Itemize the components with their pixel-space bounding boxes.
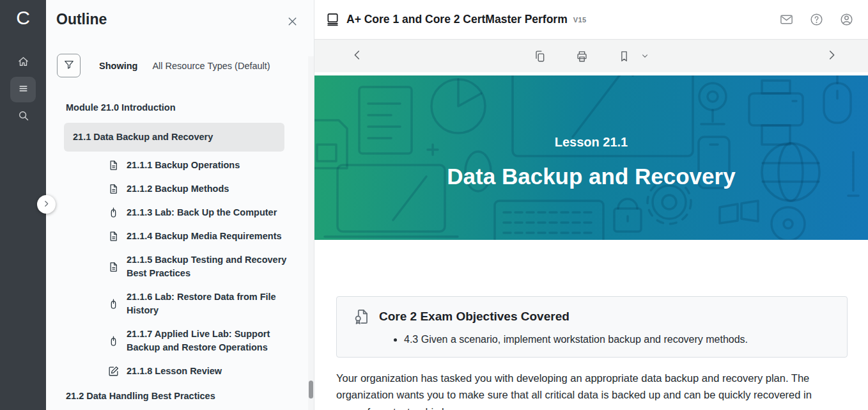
outline-item[interactable]: 21.1.7 Applied Live Lab: Support Backup … — [46, 322, 309, 359]
lesson-paragraph: Your organization has tasked you with de… — [336, 370, 830, 410]
brand-logo: C — [0, 0, 46, 36]
outline-item-label: Module 21.0 Introduction — [66, 101, 176, 114]
review-pencil-icon — [107, 365, 120, 377]
lab-mouse-icon — [107, 207, 120, 219]
next-page-button[interactable] — [825, 48, 839, 65]
panel-collapse-button[interactable] — [37, 195, 56, 214]
help-icon[interactable] — [809, 12, 824, 27]
chevron-down-icon[interactable] — [640, 51, 650, 61]
chevron-right-icon — [42, 199, 50, 210]
outline-item[interactable]: 21.2 Data Handling Best Practices — [46, 383, 309, 409]
objective-bullet: 4.3 Given a scenario, implement workstat… — [404, 333, 834, 347]
outline-item[interactable]: 21.1 Data Backup and Recovery — [64, 123, 284, 152]
document-icon — [107, 230, 120, 242]
mail-icon[interactable] — [779, 12, 794, 27]
outline-item[interactable]: 21.1.4 Backup Media Requirements — [46, 225, 309, 248]
document-icon — [107, 261, 120, 273]
outline-item-label: 21.2 Data Handling Best Practices — [66, 390, 215, 403]
chevron-left-icon — [350, 48, 364, 65]
outline-item[interactable]: Module 21.0 Introduction — [46, 95, 309, 121]
certificate-icon — [352, 308, 370, 326]
outline-item[interactable]: 21.1.5 Backup Testing and Recovery Best … — [46, 248, 309, 285]
main-content: A+ Core 1 and Core 2 CertMaster Perform … — [314, 0, 868, 410]
filter-button[interactable] — [57, 54, 81, 77]
filter-row: Showing All Resource Types (Default) — [57, 54, 270, 77]
outline-item-label: 21.1.4 Backup Media Requirements — [127, 230, 282, 243]
filter-showing-label: Showing — [99, 61, 137, 71]
rail-nav — [0, 50, 46, 129]
lab-mouse-icon — [107, 335, 120, 347]
close-icon — [286, 19, 299, 30]
outline-scrollbar-track[interactable] — [308, 56, 314, 410]
course-header: A+ Core 1 and Core 2 CertMaster Perform … — [314, 0, 868, 40]
outline-panel: Outline Showing All Resource Types (Defa… — [46, 0, 314, 410]
chevron-right-icon — [825, 48, 839, 65]
header-actions — [779, 12, 854, 27]
search-button[interactable] — [10, 104, 36, 129]
outline-item-label: 21.1.8 Lesson Review — [127, 365, 222, 378]
filter-value: All Resource Types (Default) — [152, 61, 270, 71]
outline-item-label: 21.1.3 Lab: Back Up the Computer — [127, 206, 277, 219]
outline-item-label: 21.1.5 Backup Testing and Recovery Best … — [127, 253, 288, 280]
outline-item[interactable]: 21.1.8 Lesson Review — [46, 359, 309, 383]
outline-panel-title: Outline — [56, 11, 107, 28]
lesson-number: Lesson 21.1 — [555, 135, 628, 150]
close-outline-button[interactable] — [286, 15, 299, 28]
toolbar-center-actions — [533, 40, 650, 72]
banner-text: Lesson 21.1 Data Backup and Recovery — [314, 75, 868, 240]
bookmark-group — [617, 49, 650, 63]
objectives-title: Core 2 Exam Objectives Covered — [379, 310, 570, 324]
app-window: C Outline Showing All Resource Type — [0, 0, 868, 410]
outline-list: Module 21.0 Introduction21.1 Data Backup… — [46, 95, 309, 410]
lesson-content: Core 2 Exam Objectives Covered 4.3 Given… — [314, 240, 868, 410]
outline-item-label: 21.1 Data Backup and Recovery — [73, 130, 213, 144]
objectives-header: Core 2 Exam Objectives Covered — [352, 308, 834, 326]
bookmark-icon[interactable] — [617, 49, 632, 63]
exam-objectives-box: Core 2 Exam Objectives Covered 4.3 Given… — [336, 296, 848, 358]
outline-item[interactable]: 21.1.6 Lab: Restore Data from File Histo… — [46, 285, 309, 322]
outline-scrollbar-thumb[interactable] — [309, 381, 313, 398]
search-icon — [17, 109, 30, 125]
outline-item-label: 21.1.2 Backup Methods — [127, 182, 229, 196]
course-version-badge: V15 — [573, 16, 587, 24]
outline-item[interactable]: 21.1.2 Backup Methods — [46, 177, 309, 201]
outline-item-label: 21.1.6 Lab: Restore Data from File Histo… — [127, 290, 288, 317]
course-title: A+ Core 1 and Core 2 CertMaster Perform — [346, 13, 568, 26]
lesson-toolbar — [314, 40, 868, 72]
outline-item[interactable]: 21.1.1 Backup Operations — [46, 154, 309, 177]
home-button[interactable] — [10, 50, 36, 75]
filter-icon — [63, 58, 75, 74]
lesson-banner: Lesson 21.1 Data Backup and Recovery — [314, 75, 868, 240]
course-icon — [325, 12, 340, 27]
outline-item-label: 21.1.7 Applied Live Lab: Support Backup … — [127, 327, 288, 354]
outline-toggle-button[interactable] — [10, 77, 36, 102]
copy-icon[interactable] — [533, 49, 547, 63]
previous-page-button[interactable] — [350, 48, 364, 65]
outline-item[interactable]: 21.1.3 Lab: Back Up the Computer — [46, 201, 309, 225]
print-icon[interactable] — [575, 49, 589, 63]
menu-icon — [17, 82, 30, 98]
lab-mouse-icon — [107, 298, 120, 310]
account-icon[interactable] — [839, 12, 854, 27]
document-icon — [107, 159, 120, 171]
objectives-list: 4.3 Given a scenario, implement workstat… — [352, 333, 834, 347]
document-icon — [107, 183, 120, 195]
home-icon — [17, 55, 30, 71]
outline-item-label: 21.1.1 Backup Operations — [127, 159, 240, 172]
lesson-title: Data Backup and Recovery — [447, 164, 735, 189]
